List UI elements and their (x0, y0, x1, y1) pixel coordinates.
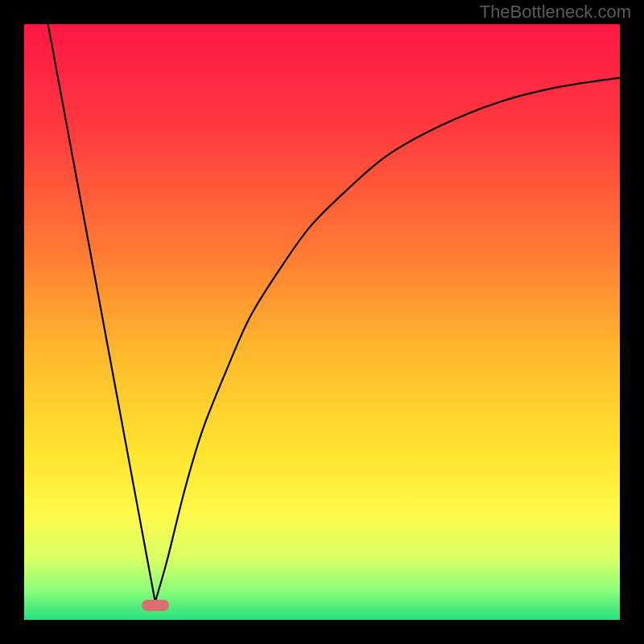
curve-minimum-marker (142, 600, 169, 611)
watermark-text: TheBottleneck.com (480, 2, 631, 23)
plot-area (24, 24, 620, 620)
bottleneck-curve (24, 24, 620, 620)
chart-frame: TheBottleneck.com (0, 0, 644, 644)
